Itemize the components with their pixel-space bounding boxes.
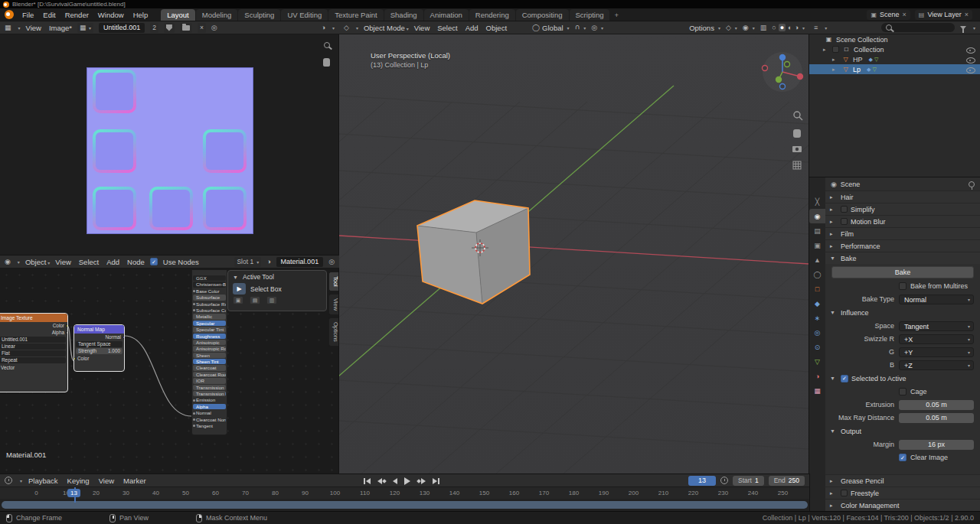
image-texture-node[interactable]: Image Texture Color Alpha Untitled.001 L… bbox=[0, 313, 68, 392]
swizzle-r-dropdown[interactable]: +X bbox=[899, 334, 974, 344]
workspace-tab[interactable]: UV Editing bbox=[281, 9, 328, 21]
space-dropdown[interactable]: Tangent Space bbox=[76, 341, 122, 347]
start-frame-field[interactable]: Start1 bbox=[733, 476, 764, 486]
collection-checkbox[interactable] bbox=[832, 46, 839, 53]
shader-type-dropdown[interactable]: Object▾ bbox=[25, 258, 50, 266]
principled-bsdf-node[interactable]: GGXChristensen-BurleyBase ColorSubsurfac… bbox=[191, 270, 227, 435]
panel-checkbox[interactable] bbox=[841, 490, 848, 496]
solid-shading-icon[interactable]: ● bbox=[779, 24, 786, 31]
properties-tab[interactable]: ◑ bbox=[809, 369, 825, 383]
workspace-tab[interactable]: Layout bbox=[161, 9, 195, 21]
timeline-track-area[interactable] bbox=[0, 499, 809, 511]
menu-item[interactable]: Marker bbox=[123, 477, 146, 485]
bsdf-socket-row[interactable]: Specular Tint bbox=[193, 327, 226, 332]
menu-item[interactable]: View bbox=[414, 24, 430, 32]
bsdf-socket-row[interactable]: Transmission Roughness bbox=[193, 391, 226, 396]
next-keyframe-button[interactable] bbox=[415, 477, 428, 486]
pan-icon[interactable] bbox=[323, 58, 330, 67]
expand-arrow-icon[interactable]: ▸ bbox=[832, 57, 838, 63]
image-canvas[interactable] bbox=[0, 34, 339, 255]
scene-selector[interactable]: ▣ Scene × bbox=[867, 10, 910, 20]
expand-triangle-icon[interactable]: ▼ bbox=[830, 310, 838, 315]
slot-dropdown[interactable]: Slot 1▾ bbox=[234, 257, 261, 267]
extrusion-field[interactable]: 0.05 m bbox=[899, 400, 974, 410]
workspace-tab[interactable]: + bbox=[610, 9, 622, 21]
properties-tab[interactable]: ⊙ bbox=[809, 340, 825, 354]
menu-item[interactable]: Render bbox=[61, 11, 93, 19]
bsdf-socket-row[interactable]: Subsurface bbox=[193, 295, 226, 300]
bsdf-socket-row[interactable]: IOR bbox=[193, 378, 226, 383]
bsdf-socket-row[interactable]: Subsurface Color bbox=[193, 308, 226, 313]
selected-to-active-checkbox[interactable] bbox=[841, 375, 848, 382]
zoom-icon[interactable] bbox=[324, 42, 330, 48]
properties-tab[interactable]: ▣ bbox=[809, 238, 825, 252]
menu-item[interactable]: Image* bbox=[49, 24, 72, 32]
panel-checkbox[interactable] bbox=[841, 218, 848, 225]
menu-item[interactable]: Object bbox=[486, 24, 507, 32]
cube-object[interactable] bbox=[417, 200, 530, 304]
timeline-ruler[interactable]: 0102030405060708090100110120130140150160… bbox=[0, 487, 809, 499]
menu-item[interactable]: View bbox=[26, 24, 41, 32]
play-reverse-button[interactable] bbox=[390, 477, 400, 486]
menu-item[interactable]: Window bbox=[94, 11, 128, 19]
fake-user-icon[interactable] bbox=[164, 23, 175, 33]
outliner-item-label[interactable]: HP bbox=[853, 56, 863, 63]
swizzle-g-dropdown[interactable]: +Y bbox=[899, 347, 974, 357]
rendered-shading-icon[interactable]: ◑ bbox=[795, 24, 799, 31]
open-image-icon[interactable] bbox=[180, 23, 192, 33]
visibility-eye-icon[interactable] bbox=[966, 56, 975, 63]
bsdf-socket-row[interactable]: Clearcoat bbox=[193, 365, 226, 370]
select-box-icon[interactable]: ▶ bbox=[233, 283, 246, 295]
node-dropdown[interactable]: Linear bbox=[0, 343, 66, 350]
clear-image-checkbox[interactable] bbox=[899, 454, 906, 461]
jump-to-end-button[interactable] bbox=[430, 477, 442, 486]
axis-z-neg-handle[interactable] bbox=[780, 84, 786, 90]
bsdf-socket-row[interactable]: Transmission bbox=[193, 385, 226, 390]
properties-tab[interactable]: ◎ bbox=[809, 325, 825, 340]
visibility-eye-icon[interactable] bbox=[966, 46, 975, 54]
bsdf-socket-row[interactable]: Tangent bbox=[193, 423, 226, 428]
panel-header[interactable]: ▸ Motion Blur bbox=[825, 215, 980, 227]
panel-header[interactable]: ▸ Film bbox=[825, 227, 980, 239]
properties-tab[interactable]: ╳ bbox=[809, 194, 825, 209]
node-canvas[interactable]: Image Texture Color Alpha Untitled.001 L… bbox=[0, 269, 339, 474]
toggle-ortho-icon[interactable] bbox=[793, 161, 801, 169]
material-shading-icon[interactable]: ◐ bbox=[788, 24, 792, 31]
workspace-tab[interactable]: Compositing bbox=[516, 9, 569, 21]
menu-item[interactable]: Keying bbox=[67, 477, 90, 485]
bsdf-socket-row[interactable]: Anisotropic bbox=[193, 340, 226, 345]
editor-type-icon[interactable]: ◇ bbox=[344, 24, 349, 31]
blender-menu-icon[interactable] bbox=[5, 10, 14, 19]
properties-tab[interactable]: □ bbox=[809, 282, 825, 296]
select-mode-extend-button[interactable]: ▤ bbox=[250, 296, 260, 304]
output-socket-alpha[interactable]: Alpha bbox=[0, 329, 67, 336]
expand-arrow-icon[interactable]: ▸ bbox=[823, 47, 829, 53]
snap-dropdown[interactable]: ∪▾ bbox=[575, 24, 586, 31]
orientation-dropdown[interactable]: ◯ Global▾ bbox=[532, 24, 570, 32]
properties-tab[interactable]: ◯ bbox=[809, 267, 825, 282]
outliner-row[interactable]: ▸ ▣ Scene Collection ◆ ▽ bbox=[809, 34, 980, 44]
sidebar-tab[interactable]: Options bbox=[328, 317, 339, 347]
panel-header-bake[interactable]: ▼ Bake bbox=[825, 252, 980, 264]
panel-header[interactable]: ▸ Color Management bbox=[825, 499, 980, 511]
xray-toggle[interactable]: ▥ bbox=[760, 24, 767, 31]
outliner-row[interactable]: ▸ □ Collection ◆ ▽ bbox=[809, 44, 980, 54]
swizzle-b-dropdown[interactable]: +Z bbox=[899, 360, 974, 370]
timeline-scrollbar[interactable] bbox=[2, 501, 808, 509]
pin-icon[interactable] bbox=[969, 181, 975, 187]
menu-item[interactable]: Add bbox=[106, 258, 119, 266]
bsdf-socket-row[interactable]: Emission bbox=[193, 397, 226, 402]
bsdf-socket-row[interactable]: Anisotropic Rotation bbox=[193, 346, 226, 351]
expand-triangle-icon[interactable]: ▼ bbox=[830, 428, 838, 434]
properties-tab[interactable]: ▦ bbox=[809, 383, 825, 398]
wireframe-shading-icon[interactable]: ○ bbox=[772, 24, 776, 31]
playhead-frame-badge[interactable]: 13 bbox=[67, 489, 80, 497]
bake-from-multires-checkbox[interactable] bbox=[899, 282, 906, 290]
menu-item[interactable]: View bbox=[55, 258, 70, 266]
menu-item[interactable]: Select bbox=[437, 24, 457, 32]
properties-tab[interactable]: ◉ bbox=[809, 209, 825, 223]
axis-x-handle[interactable] bbox=[797, 73, 803, 80]
panel-header[interactable]: ▸ Hair bbox=[825, 190, 980, 203]
workspace-tab[interactable]: Shading bbox=[384, 9, 423, 21]
pin-icon[interactable]: ◎ bbox=[211, 24, 217, 31]
